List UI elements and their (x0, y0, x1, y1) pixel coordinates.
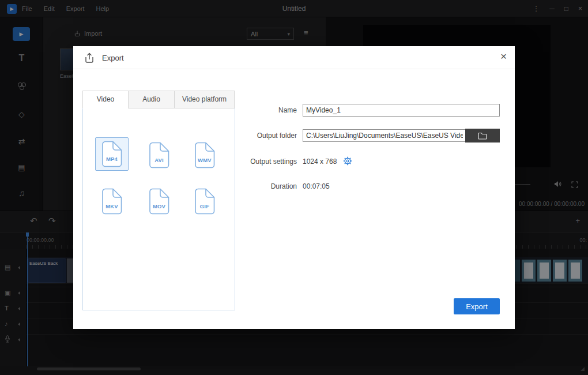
name-input[interactable] (303, 104, 500, 117)
output-folder-input[interactable] (303, 129, 466, 142)
format-label: MKV (101, 203, 122, 209)
export-icon (84, 52, 95, 66)
app-window: ▶ File Edit Export Help Untitled ⋮ ─ □ ×… (0, 0, 588, 375)
duration-label: Duration (193, 180, 297, 193)
tab-video-platform[interactable]: Video platform (174, 91, 235, 108)
tab-audio[interactable]: Audio (128, 91, 175, 108)
output-folder-label: Output folder (193, 129, 297, 142)
export-dialog: Export × Video Audio Video platform MP4 … (73, 46, 515, 329)
settings-gear-icon[interactable] (343, 156, 352, 168)
duration-value: 00:07:05 (303, 180, 330, 193)
format-option-mov[interactable]: MOV (142, 185, 176, 218)
format-label: GIF (194, 203, 215, 209)
close-icon[interactable]: × (500, 50, 507, 63)
dialog-title: Export (102, 54, 124, 62)
format-option-mkv[interactable]: MKV (95, 185, 129, 218)
format-label: MP4 (101, 156, 122, 162)
format-label: AVI (149, 157, 169, 163)
dialog-header: Export × (73, 46, 515, 69)
format-option-avi[interactable]: AVI (142, 138, 176, 172)
format-option-mp4[interactable]: MP4 (95, 137, 129, 171)
file-icon: MOV (149, 188, 169, 215)
format-tabs: Video Audio Video platform (82, 91, 235, 108)
browse-folder-button[interactable] (465, 129, 500, 142)
output-settings-label: Output settings (193, 155, 297, 168)
output-settings-value: 1024 x 768 (303, 155, 337, 168)
file-icon: MP4 (101, 141, 122, 167)
tab-video[interactable]: Video (82, 91, 129, 108)
format-label: MOV (149, 203, 169, 209)
export-button[interactable]: Export (454, 298, 500, 314)
folder-icon (478, 132, 487, 140)
file-icon: AVI (149, 142, 169, 168)
file-icon: MKV (101, 188, 122, 215)
